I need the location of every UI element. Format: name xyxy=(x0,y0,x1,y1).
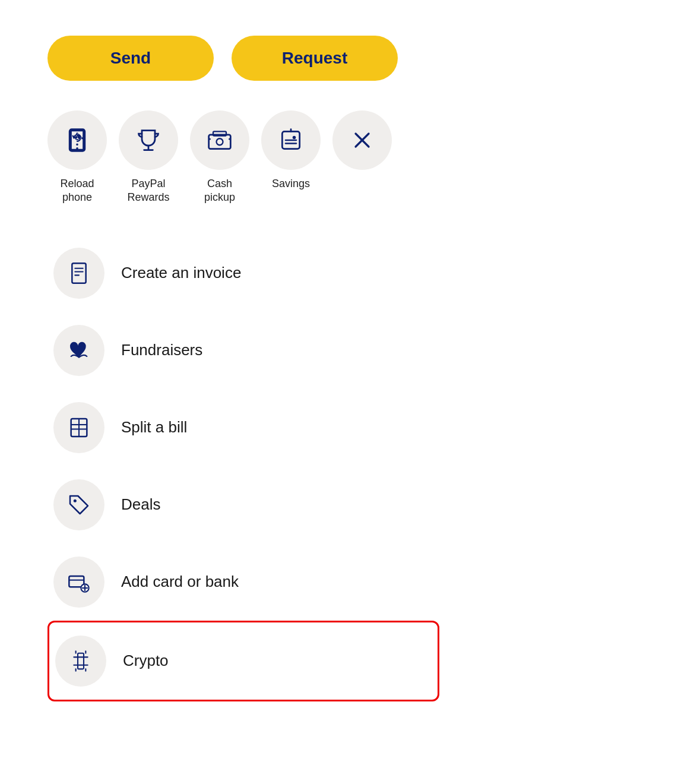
main-container: Send Request Reloadphone xyxy=(36,36,451,701)
deals-icon-circle xyxy=(53,479,104,530)
cash-pickup-icon xyxy=(207,127,233,153)
fundraisers-label: Fundraisers xyxy=(121,341,202,359)
add-card-bank-icon-circle xyxy=(53,557,104,608)
deals-icon xyxy=(67,493,91,517)
svg-rect-30 xyxy=(78,653,84,669)
split-bill-label: Split a bill xyxy=(121,418,187,437)
cash-pickup-icon-circle xyxy=(190,110,249,170)
svg-point-24 xyxy=(74,500,77,502)
savings-icon-circle xyxy=(261,110,321,170)
crypto-icon-circle xyxy=(55,636,106,687)
list-items-container: Create an invoice Fundraisers xyxy=(47,235,439,701)
deals-label: Deals xyxy=(121,495,160,514)
icon-grid: Reloadphone PayPalRewards xyxy=(47,110,439,205)
paypal-rewards-label: PayPalRewards xyxy=(127,177,169,205)
invoice-icon xyxy=(67,261,91,285)
list-item-crypto[interactable]: Crypto xyxy=(47,621,439,701)
add-card-bank-label: Add card or bank xyxy=(121,573,239,591)
svg-rect-16 xyxy=(72,263,85,283)
fundraisers-icon-circle xyxy=(53,325,104,376)
svg-point-6 xyxy=(217,138,223,145)
request-button[interactable]: Request xyxy=(232,36,398,81)
svg-point-1 xyxy=(76,147,78,150)
list-item-create-invoice[interactable]: Create an invoice xyxy=(47,235,439,312)
close-icon xyxy=(349,127,375,153)
savings-label: Savings xyxy=(272,177,310,191)
list-item-add-card-bank[interactable]: Add card or bank xyxy=(47,543,439,621)
add-card-icon xyxy=(67,570,91,594)
send-button[interactable]: Send xyxy=(47,36,214,81)
close-icon-circle xyxy=(332,110,392,170)
savings-icon xyxy=(278,127,304,153)
svg-point-10 xyxy=(293,136,296,140)
list-item-split-bill[interactable]: Split a bill xyxy=(47,389,439,466)
svg-rect-5 xyxy=(213,131,226,135)
icon-item-reload-phone[interactable]: Reloadphone xyxy=(47,110,107,205)
icon-item-paypal-rewards[interactable]: PayPalRewards xyxy=(119,110,178,205)
split-bill-icon-circle xyxy=(53,402,104,453)
trophy-icon xyxy=(135,127,161,153)
reload-phone-icon-circle xyxy=(47,110,107,170)
reload-phone-label: Reloadphone xyxy=(60,177,94,205)
crypto-label: Crypto xyxy=(123,652,169,670)
svg-rect-4 xyxy=(209,135,231,149)
phone-reload-icon xyxy=(64,127,90,153)
top-buttons-row: Send Request xyxy=(47,36,439,81)
fundraisers-icon xyxy=(67,339,91,362)
create-invoice-label: Create an invoice xyxy=(121,264,241,282)
icon-item-savings[interactable]: Savings xyxy=(261,110,321,191)
list-item-fundraisers[interactable]: Fundraisers xyxy=(47,312,439,389)
icon-item-close[interactable] xyxy=(332,110,392,170)
crypto-icon xyxy=(69,649,93,673)
paypal-rewards-icon-circle xyxy=(119,110,178,170)
icon-item-cash-pickup[interactable]: Cashpickup xyxy=(190,110,249,205)
create-invoice-icon-circle xyxy=(53,248,104,299)
cash-pickup-label: Cashpickup xyxy=(204,177,235,205)
split-bill-icon xyxy=(67,416,91,440)
list-item-deals[interactable]: Deals xyxy=(47,466,439,543)
